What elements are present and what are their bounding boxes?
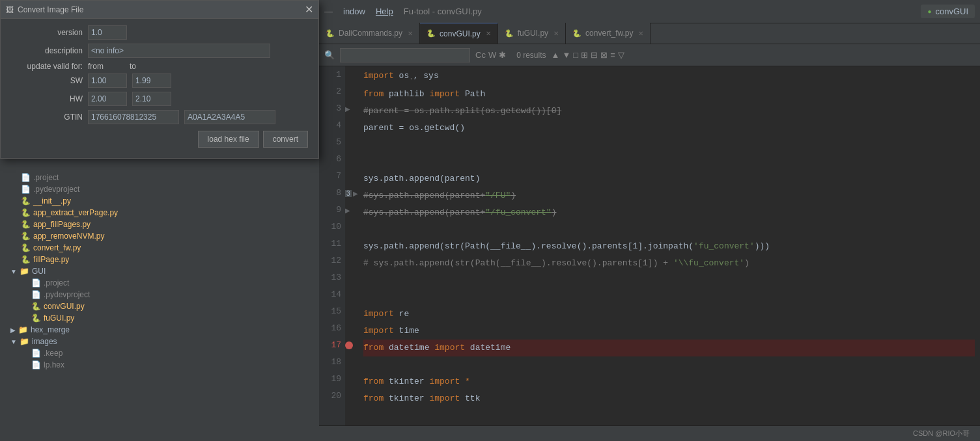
convert-button[interactable]: convert [263, 131, 308, 148]
window-label: indow [343, 7, 365, 16]
tree-item-convgui[interactable]: 🐍 convGUI.py [0, 301, 319, 312]
dialog-title: 🖼 Convert Image File [6, 5, 83, 14]
tree-item-label: convGUI.py [44, 302, 85, 311]
tree-item-label: fillPage.py [33, 255, 69, 264]
tree-item-app-fill[interactable]: 🐍 app_fillPages.py [0, 219, 319, 230]
tree-item-convert-fw[interactable]: 🐍 convert_fw.py [0, 242, 319, 254]
search-input[interactable] [340, 48, 470, 62]
tab-dalicommands[interactable]: 🐍 DaliCommands.py ✕ [319, 23, 420, 44]
search-buttons: Cc W ✱ [475, 50, 506, 60]
search-opt5-btn[interactable]: ≡ [610, 50, 615, 60]
from-col-label: from [88, 62, 104, 71]
regex-btn[interactable]: ✱ [499, 50, 506, 60]
tab-close-icon[interactable]: ✕ [408, 30, 413, 37]
tab-fugui[interactable]: 🐍 fuGUI.py ✕ [498, 23, 566, 44]
breakpoint-dot[interactable] [345, 341, 353, 349]
search-prev-btn[interactable]: ▲ [552, 50, 560, 60]
gtin-val2-input[interactable] [184, 110, 275, 124]
tree-item-fugui[interactable]: 🐍 fuGUI.py [0, 312, 319, 324]
comment-strike: #sys.path.append(parent+ [363, 187, 485, 204]
keyword: from [363, 86, 384, 103]
word-btn[interactable]: W [488, 50, 496, 60]
dialog-titlebar: 🖼 Convert Image File ✕ [1, 1, 318, 19]
tree-item-pydevproject1[interactable]: 📄 .pydevproject [0, 183, 319, 195]
search-opt1-btn[interactable]: □ [573, 50, 578, 60]
tree-item-label: hex_merge [31, 325, 70, 334]
case-btn[interactable]: Cc [475, 50, 486, 60]
hw-to-input[interactable] [132, 92, 171, 106]
tree-item-init[interactable]: 🐍 __init__.py [0, 195, 319, 207]
hw-label: HW [11, 94, 83, 103]
tree-item-lphex[interactable]: 📄 lp.hex [0, 359, 319, 371]
fold-icon-8[interactable]: ▶ [353, 190, 358, 197]
code-line-4: parent = os.getcwd() [363, 120, 975, 137]
load-hex-button[interactable]: load hex file [198, 131, 259, 148]
hw-from-input[interactable] [88, 92, 127, 106]
sw-to-input[interactable] [132, 74, 171, 88]
tree-item-project1[interactable]: 📄 .project [0, 172, 319, 183]
credit-text: CSDN @RIO小哥 [913, 429, 970, 438]
description-input[interactable] [88, 44, 270, 58]
python-icon: 🐍 [21, 232, 31, 241]
keyword: import [363, 68, 394, 85]
python-icon: 🐍 [21, 208, 31, 217]
tree-item-images-folder[interactable]: ▼ 📁 images [0, 336, 319, 347]
tab-label: fuGUI.py [518, 29, 548, 38]
code-line-2: from pathlib import Path [363, 86, 975, 103]
comment-str: "/FU" [485, 187, 511, 204]
tree-item-keep[interactable]: 📄 .keep [0, 347, 319, 359]
search-filter-btn[interactable]: ▽ [618, 50, 624, 60]
keyword: import [429, 390, 460, 407]
search-opt4-btn[interactable]: ⊠ [600, 50, 608, 60]
tree-item-hexmerge-folder[interactable]: ▶ 📁 hex_merge [0, 324, 319, 336]
comment2-end: ) [744, 255, 749, 272]
tab-file-icon: 🐍 [572, 29, 581, 38]
keyword: import [429, 373, 460, 390]
tab-close-icon[interactable]: ✕ [638, 30, 643, 37]
help-label[interactable]: Help [376, 7, 393, 16]
tree-item-label: .project [33, 173, 59, 182]
search-opt3-btn[interactable]: ⊟ [591, 50, 598, 60]
comment2-str: '\\fu_convert' [673, 255, 744, 272]
code-line-5 [363, 137, 975, 154]
fold-icon-3[interactable]: ▶ [345, 105, 350, 113]
search-nav: ▲ ▼ □ ⊞ ⊟ ⊠ ≡ ▽ [552, 50, 624, 60]
fold-icon-9[interactable]: ▶ [345, 207, 350, 214]
tab-bar: 🐍 DaliCommands.py ✕ 🐍 convGUI.py ✕ 🐍 fuG… [319, 23, 980, 44]
comment2: # sys.path.append(str(Path(__file__).res… [363, 255, 673, 272]
minimize-button[interactable]: — [324, 7, 333, 16]
comment-end: ) [552, 204, 557, 221]
tree-item-project2[interactable]: 📄 .project [0, 277, 319, 289]
tab-label: convert_fw.py [585, 29, 633, 38]
tree-item-pydevproject2[interactable]: 📄 .pydevproject [0, 289, 319, 301]
dialog-icon: 🖼 [6, 5, 14, 14]
tab-close-icon[interactable]: ✕ [553, 30, 559, 37]
gtin-inputs [88, 110, 275, 124]
file-icon: 📄 [31, 278, 41, 287]
tree-item-app-remove[interactable]: 🐍 app_removeNVM.py [0, 230, 319, 242]
keyword: from [363, 340, 384, 356]
keyword: import [363, 323, 394, 340]
python-icon: 🐍 [21, 255, 31, 264]
hw-row: HW [11, 92, 308, 106]
dialog-close-button[interactable]: ✕ [305, 3, 313, 16]
tree-item-label: lp.hex [44, 360, 64, 369]
tab-close-icon[interactable]: ✕ [486, 30, 491, 37]
tab-convgui[interactable]: 🐍 convGUI.py ✕ [420, 23, 498, 44]
star-import: * [465, 373, 470, 390]
code-line-7: sys.path.append(parent) [363, 170, 975, 187]
tree-item-gui-folder[interactable]: ▼ 📁 GUI [0, 265, 319, 277]
tab-file-icon: 🐍 [326, 29, 335, 38]
tree-item-fillpage[interactable]: 🐍 fillPage.py [0, 254, 319, 265]
tab-convert-fw[interactable]: 🐍 convert_fw.py ✕ [566, 23, 651, 44]
gtin-val1-input[interactable] [88, 110, 179, 124]
search-next-btn[interactable]: ▼ [562, 50, 570, 60]
sw-from-input[interactable] [88, 74, 127, 88]
code-line-11: sys.path.append(str(Path(__file__).resol… [363, 238, 975, 255]
tree-item-label: app_extract_verPage.py [33, 208, 118, 217]
search-opt2-btn[interactable]: ⊞ [581, 50, 588, 60]
tree-item-app-extract[interactable]: 🐍 app_extract_verPage.py [0, 207, 319, 219]
active-dot: ● [927, 8, 931, 15]
version-input[interactable] [88, 25, 127, 40]
gutter: ▶ 3 ▶ ▶ [345, 66, 358, 425]
